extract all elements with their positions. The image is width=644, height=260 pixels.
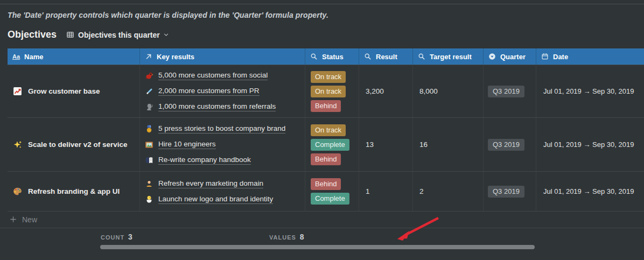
key-result-link[interactable]: 2,000 more customers from PR [145,87,302,96]
key-result-link[interactable]: Hire 10 engineers [145,140,302,149]
title-bar: Objectives Objectives this quarter [8,29,169,40]
plus-icon [9,215,17,223]
key-result-label: 1,000 more customers from referrals [158,102,276,111]
key-result-label: Launch new logo and brand identity [158,195,273,204]
top-divider [0,4,644,4]
rollup-icon [418,53,425,60]
status-cell[interactable]: Behind Complete [305,172,359,211]
table-row: Grow customer base 5,000 more customers … [8,65,644,117]
result-cell[interactable]: 3,200 [359,65,412,117]
column-label: Quarter [500,53,526,61]
key-result-label: Re-write company handbook [158,156,251,165]
column-header-result[interactable]: Result [359,48,412,65]
horizontal-scrollbar[interactable] [100,245,535,249]
target-value: 2 [419,187,424,195]
key-result-link[interactable]: Re-write company handbook [145,156,302,165]
open-book-icon [145,156,154,165]
key-result-label: 2,000 more customers from PR [158,87,260,96]
relation-icon [145,53,152,60]
column-header-status[interactable]: Status [305,48,359,65]
formula-icon [488,53,496,60]
objectives-table: Aa Name Key results Status Result Target… [8,48,644,227]
framed-picture-icon [145,140,154,149]
new-row-button[interactable]: New [8,211,644,227]
key-result-link[interactable]: Launch new logo and brand identity [145,195,302,204]
result-value: 3,200 [366,87,384,95]
key-result-link[interactable]: 1,000 more customers from referrals [145,102,302,111]
key-results-cell: 5,000 more customers from social 2,000 m… [139,65,305,117]
view-selector-label: Objectives this quarter [78,31,160,39]
column-label: Result [376,53,397,61]
column-header-name[interactable]: Aa Name [8,48,139,65]
key-result-label: Hire 10 engineers [158,140,216,149]
result-cell[interactable]: 1 [359,172,412,211]
status-badge: Complete [311,193,349,205]
date-cell[interactable]: Jul 01, 2019 → Sep 30, 2019 [536,118,644,171]
speaking-head-icon [145,103,154,111]
person-icon [145,179,154,188]
name-cell[interactable]: Scale to deliver v2 of service [8,118,139,171]
chart-increasing-icon [13,87,23,96]
status-badge: Behind [311,153,341,165]
quarter-pill: Q3 2019 [488,86,524,97]
chevron-down-icon [163,32,169,38]
count-aggregate[interactable]: COUNT 3 [101,233,132,241]
target-result-cell[interactable]: 8,000 [412,65,483,117]
status-cell[interactable]: On track Complete Behind [305,118,359,171]
column-header-key-results[interactable]: Key results [139,48,305,65]
result-value: 13 [366,140,374,149]
objective-name: Scale to deliver v2 of service [28,140,128,149]
table-grid-icon [66,31,74,39]
key-result-link[interactable]: 5 press stories to boost company brand [145,124,302,133]
sparkles-icon [13,140,23,149]
key-result-label: 5,000 more customers from social [158,71,268,80]
target-value: 8,000 [419,87,438,95]
result-cell[interactable]: 13 [359,118,412,171]
quarter-pill: Q3 2019 [488,139,524,151]
date-range: Jul 01, 2019 → Sep 30, 2019 [543,87,634,95]
status-badge: On track [311,124,346,136]
bird-icon [145,72,154,80]
values-label: VALUES [269,234,296,241]
name-cell[interactable]: Grow customer base [8,65,139,117]
target-result-cell[interactable]: 16 [412,118,483,171]
medal-icon [145,125,154,133]
column-label: Date [553,53,568,61]
result-value: 1 [366,187,370,195]
status-badge: Complete [311,139,349,151]
table-footer: COUNT 3 VALUES 8 [0,228,644,260]
key-result-label: Refresh every marketing domain [158,179,263,188]
key-results-cell: Refresh every marketing domain Launch ne… [139,172,305,211]
table-row: Scale to deliver v2 of service 5 press s… [8,117,644,171]
column-label: Key results [157,53,194,61]
page-title: Objectives [8,29,57,40]
status-cell[interactable]: On track On track Behind [305,65,359,117]
new-row-label: New [22,215,37,224]
column-header-quarter[interactable]: Quarter [483,48,536,65]
status-badge: Behind [311,178,341,190]
pen-icon [145,87,154,96]
status-badge: On track [311,71,346,83]
date-range: Jul 01, 2019 → Sep 30, 2019 [543,140,634,149]
date-range: Jul 01, 2019 → Sep 30, 2019 [543,187,634,195]
quarter-cell[interactable]: Q3 2019 [483,65,536,117]
view-selector[interactable]: Objectives this quarter [66,31,169,39]
key-results-cell: 5 press stories to boost company brand H… [139,118,305,171]
quarter-cell[interactable]: Q3 2019 [483,118,536,171]
quarter-cell[interactable]: Q3 2019 [483,172,536,211]
table-header-row: Aa Name Key results Status Result Target… [8,48,644,65]
column-header-target-result[interactable]: Target result [412,48,483,65]
values-aggregate[interactable]: VALUES 8 [269,233,304,241]
column-header-date[interactable]: Date [536,48,644,65]
quarter-pill: Q3 2019 [488,186,524,198]
date-cell[interactable]: Jul 01, 2019 → Sep 30, 2019 [536,65,644,117]
key-result-link[interactable]: 5,000 more customers from social [145,71,302,80]
objectives-page: The 'Date' property controls which quart… [0,0,644,260]
target-result-cell[interactable]: 2 [412,172,483,211]
key-result-link[interactable]: Refresh every marketing domain [145,179,302,188]
objective-name: Refresh branding & app UI [28,187,120,195]
date-cell[interactable]: Jul 01, 2019 → Sep 30, 2019 [536,172,644,211]
name-cell[interactable]: Refresh branding & app UI [8,172,139,211]
count-value: 3 [128,233,132,241]
count-label: COUNT [101,234,124,241]
